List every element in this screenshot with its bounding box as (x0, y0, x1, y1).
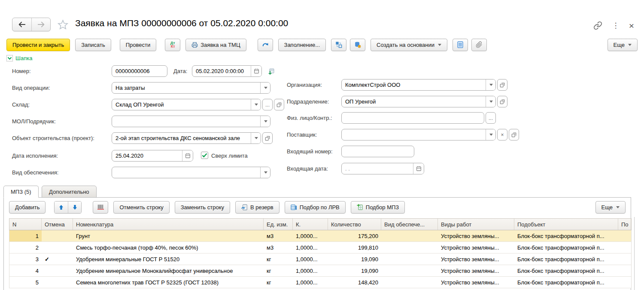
cell-name[interactable]: Удобрения минеральные ГОСТ Р 51520 (73, 253, 264, 265)
cell-provision[interactable] (381, 242, 438, 253)
dt-kt-postings-button[interactable]: ДтКт (165, 39, 180, 51)
open-link-icon[interactable] (262, 132, 273, 144)
column-header-subobject[interactable]: Подобъект (514, 219, 618, 230)
supplier-combo[interactable]: × (341, 129, 520, 140)
barcode-button[interactable] (93, 201, 108, 214)
print-request-button[interactable]: Заявка на ТМЦ (185, 39, 246, 51)
cell-cancel[interactable]: ✓ (42, 253, 73, 265)
over-limit-checkbox[interactable] (201, 152, 208, 159)
mol-value[interactable] (112, 116, 260, 127)
cell-provision[interactable] (381, 277, 438, 288)
chevron-down-icon[interactable] (260, 116, 270, 127)
column-header-unit[interactable]: Ед. изм. (264, 219, 293, 230)
cell-k[interactable]: 1,0000... (293, 230, 328, 241)
close-icon[interactable]: × (626, 20, 637, 31)
table-row[interactable]: 1 Грунт м3 1,0000... 175,200 Устройство … (9, 230, 632, 242)
ellipsis-button[interactable]: ... (262, 99, 273, 110)
chevron-down-icon[interactable] (251, 99, 261, 110)
date-value[interactable]: 05.02.2020 0:00:00 (192, 66, 251, 76)
cancel-row-button[interactable]: Отменить строку (113, 201, 169, 214)
cell-works[interactable]: Устройство земляны... (438, 265, 514, 276)
header-section-toggle[interactable]: Шапка (6, 55, 32, 61)
fill-button[interactable]: Заполнение... (278, 39, 326, 51)
cell-n[interactable]: 1 (9, 230, 42, 241)
cell-unit[interactable]: кг (264, 277, 293, 288)
over-limit-label[interactable]: Сверх лимита (211, 153, 248, 159)
cell-cancel[interactable] (42, 277, 73, 288)
calendar-icon[interactable] (182, 150, 193, 161)
column-header-po[interactable]: По (618, 219, 631, 230)
open-link-icon[interactable] (509, 129, 519, 140)
forward-button[interactable] (31, 18, 50, 31)
incoming-date-value[interactable]: . . (342, 163, 413, 174)
chevron-down-icon[interactable] (260, 82, 270, 93)
mol-combo[interactable] (112, 116, 270, 127)
replace-row-button[interactable]: Заменить строку (175, 201, 230, 214)
date-field[interactable]: 05.02.2020 0:00:00 (192, 65, 262, 77)
cell-qty[interactable]: 148,420 (328, 277, 381, 288)
cell-subobject[interactable]: Блок-бокс трансформаторной п... (514, 242, 618, 253)
cell-k[interactable]: 1,0000... (293, 277, 328, 288)
add-row-button[interactable]: Добавить (9, 201, 46, 214)
table-more-button[interactable]: Еще (595, 201, 626, 214)
cell-n[interactable]: 2 (9, 242, 42, 253)
table-row[interactable]: 2 Смесь торфо-песчаная (торф 40%, песок … (9, 242, 632, 253)
document-movements-button[interactable]: ! (350, 39, 365, 51)
cell-po[interactable] (618, 242, 631, 253)
pick-mpz-button[interactable]: Подбор МПЗ (351, 201, 405, 214)
chevron-down-icon[interactable] (251, 133, 261, 143)
cell-name[interactable]: Удобрение минеральное Монокалийфосфат ун… (73, 265, 264, 276)
provision-kind-value[interactable] (112, 167, 260, 178)
construction-object-combo[interactable]: 2-ой этап строительства ДКС сеноманской … (112, 132, 273, 144)
link-icon[interactable] (592, 20, 603, 31)
pick-lrv-button[interactable]: Подбор по ЛРВ (285, 201, 346, 214)
warehouse-combo[interactable]: Склад ОП Уренгой ... (112, 99, 284, 110)
cell-po[interactable] (618, 230, 631, 241)
insert-current-date-icon[interactable] (266, 67, 276, 76)
cell-qty[interactable]: 19,090 (328, 253, 381, 265)
cell-n[interactable]: 5 (9, 277, 42, 288)
organization-value[interactable]: КомплектСтрой ООО (342, 79, 486, 90)
cell-unit[interactable]: м3 (264, 242, 293, 253)
cell-subobject[interactable]: Блок-бокс трансформаторной п... (514, 265, 618, 276)
cell-subobject[interactable]: Блок-бокс трансформаторной п... (514, 230, 618, 241)
person-value[interactable] (342, 113, 484, 123)
open-link-icon[interactable] (274, 99, 284, 110)
table-row[interactable]: 4 Удобрение минеральное Монокалийфосфат … (9, 265, 632, 277)
column-header-n[interactable]: N (9, 219, 42, 230)
table-row[interactable]: 3 ✓ Удобрения минеральные ГОСТ Р 51520 к… (9, 253, 632, 265)
cell-unit[interactable]: м3 (264, 230, 293, 241)
favorite-star-icon[interactable] (57, 19, 69, 32)
cell-k[interactable]: 1,0000... (293, 253, 328, 265)
cell-subobject[interactable]: Блок-бокс трансформаторной п... (514, 253, 618, 265)
cell-provision[interactable] (381, 265, 438, 276)
number-field[interactable]: 00000000006 (112, 65, 167, 77)
cell-cancel[interactable] (42, 265, 73, 276)
chevron-down-icon[interactable] (486, 96, 495, 107)
ellipsis-button[interactable]: ... (486, 112, 496, 124)
cell-name[interactable]: Грунт (73, 230, 264, 241)
number-value[interactable]: 00000000006 (112, 66, 167, 76)
cell-provision[interactable] (381, 253, 438, 265)
table-row[interactable]: 5 Семена многолетних трав ГОСТ Р 52325 (… (9, 277, 632, 288)
cell-works[interactable]: Устройство земляны... (438, 230, 514, 241)
create-based-on-button[interactable]: Создать на основании (371, 39, 447, 51)
cell-n[interactable]: 3 (9, 253, 42, 265)
column-header-works[interactable]: Виды работ (438, 219, 514, 230)
chevron-down-icon[interactable] (260, 167, 270, 178)
incoming-date-field[interactable]: . . (341, 163, 424, 174)
open-link-icon[interactable] (497, 79, 507, 91)
cell-name[interactable]: Семена многолетних трав ГОСТ Р 52325 (ГО… (73, 277, 264, 288)
department-combo[interactable]: ОП Уренгой (341, 96, 509, 107)
cell-k[interactable]: 1,0000... (293, 242, 328, 253)
incoming-number-field[interactable] (341, 146, 414, 157)
tab-mpz[interactable]: МПЗ (5) (3, 186, 39, 198)
open-link-icon[interactable] (497, 96, 507, 107)
attachments-button[interactable] (471, 39, 487, 51)
column-header-k[interactable]: К. (293, 219, 328, 230)
reports-button[interactable] (453, 39, 468, 51)
operation-type-value[interactable]: На затраты (112, 82, 260, 93)
go-to-button[interactable] (258, 39, 273, 51)
to-reserve-button[interactable]: В резерв (235, 201, 279, 214)
save-button[interactable]: Записать (75, 39, 111, 51)
